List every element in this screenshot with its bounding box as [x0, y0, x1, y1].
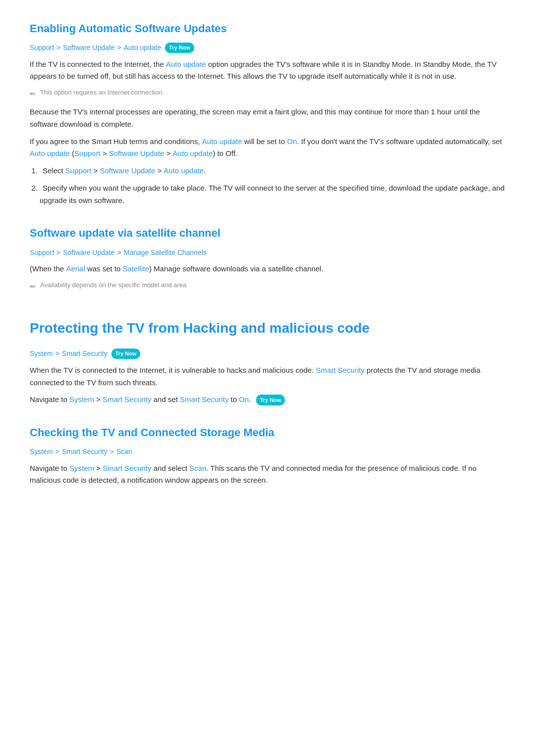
breadcrumb-checking: System > Smart Security > Scan [30, 446, 505, 457]
breadcrumb-protecting: System > Smart Security Try Now [30, 348, 505, 359]
protecting-para-2: Navigate to System > Smart Security and … [30, 394, 505, 406]
breadcrumb-support[interactable]: Support [30, 42, 54, 53]
breadcrumb-enabling: Support > Software Update > Auto update … [30, 42, 505, 53]
try-now-badge-protecting-inline[interactable]: Try Now [256, 395, 285, 405]
enabling-para-3: If you agree to the Smart Hub terms and … [30, 136, 505, 160]
highlight-system-check: System [69, 464, 94, 472]
note-text-satellite: Availability depends on the specific mod… [40, 280, 188, 291]
section-satellite-update: Software update via satellite channel Su… [30, 224, 505, 292]
highlight-satellite: Satellite [123, 264, 149, 273]
highlight-on-2: On [239, 395, 249, 403]
breadcrumb-sep-check-2: > [110, 446, 114, 457]
breadcrumb-auto-update[interactable]: Auto update [124, 42, 161, 53]
satellite-para: (When the Aerial was set to Satellite) M… [30, 263, 505, 275]
step-1: Select Support > Software Update > Auto … [40, 165, 505, 177]
section-title-enabling: Enabling Automatic Software Updates [30, 20, 505, 37]
highlight-smart-security-1: Smart Security [316, 366, 365, 374]
breadcrumb-software-update-sat[interactable]: Software Update [63, 247, 114, 258]
section-title-satellite: Software update via satellite channel [30, 224, 505, 242]
step-2: Specify when you want the upgrade to tak… [40, 182, 505, 207]
note-text-enabling-1: This option requires an Internet connect… [40, 88, 164, 98]
breadcrumb-scan[interactable]: Scan [116, 446, 132, 457]
breadcrumb-smart-security-check[interactable]: Smart Security [62, 446, 107, 457]
highlight-smart-security-2: Smart Security [103, 395, 151, 403]
section-enabling-auto-updates: Enabling Automatic Software Updates Supp… [30, 20, 505, 206]
highlight-aerial: Aerial [66, 264, 85, 273]
breadcrumb-software-update[interactable]: Software Update [63, 42, 114, 53]
section-title-checking: Checking the TV and Connected Storage Me… [30, 424, 505, 441]
breadcrumb-smart-security[interactable]: Smart Security [62, 348, 107, 359]
pencil-icon: ✏ [30, 88, 36, 100]
highlight-support-step1: Support [65, 166, 92, 175]
highlight-on-1: On [287, 137, 297, 146]
pencil-icon-sat: ✏ [30, 281, 36, 293]
highlight-auto-update-3: Auto update [30, 149, 70, 157]
steps-list: Select Support > Software Update > Auto … [40, 165, 505, 206]
breadcrumb-sep-sat-1: > [56, 247, 60, 258]
highlight-support-2: Support [74, 149, 101, 157]
note-satellite: ✏ Availability depends on the specific m… [30, 280, 505, 293]
highlight-auto-update-1: Auto update [166, 60, 206, 68]
highlight-smart-security-check: Smart Security [103, 464, 151, 472]
highlight-auto-update-4: Auto update [173, 149, 213, 157]
highlight-auto-update-step1: Auto update [163, 166, 204, 175]
highlight-system-1: System [69, 395, 94, 403]
breadcrumb-sep-check-1: > [55, 446, 59, 457]
breadcrumb-support-sat[interactable]: Support [30, 247, 54, 258]
section-protecting-tv: Protecting the TV from Hacking and malic… [30, 317, 505, 406]
protecting-para-1: When the TV is connected to the Internet… [30, 364, 505, 389]
breadcrumb-sep-2: > [117, 42, 121, 53]
breadcrumb-sep-sat-2: > [117, 247, 121, 258]
highlight-smart-security-3: Smart Security [180, 395, 228, 403]
breadcrumb-sep-prot-1: > [55, 348, 59, 359]
note-enabling-1: ✏ This option requires an Internet conne… [30, 88, 505, 100]
checking-para: Navigate to System > Smart Security and … [30, 462, 505, 487]
breadcrumb-system[interactable]: System [30, 348, 53, 359]
breadcrumb-manage-satellite[interactable]: Manage Satellite Channels [124, 247, 207, 258]
breadcrumb-system-check[interactable]: System [30, 446, 53, 457]
highlight-software-update-2: Software Update [109, 149, 164, 157]
highlight-scan: Scan [189, 464, 206, 472]
section-title-protecting: Protecting the TV from Hacking and malic… [30, 317, 505, 340]
try-now-badge-protecting[interactable]: Try Now [111, 349, 141, 359]
enabling-para-1: If the TV is connected to the Internet, … [30, 58, 505, 83]
try-now-badge-enabling[interactable]: Try Now [165, 43, 194, 53]
highlight-auto-update-2: Auto update [202, 137, 242, 146]
breadcrumb-sep-1: > [56, 42, 60, 53]
breadcrumb-satellite: Support > Software Update > Manage Satel… [30, 247, 505, 258]
enabling-para-2: Because the TV's internal processes are … [30, 106, 505, 131]
section-checking-tv: Checking the TV and Connected Storage Me… [30, 424, 505, 487]
highlight-software-update-step1: Software Update [100, 166, 156, 175]
